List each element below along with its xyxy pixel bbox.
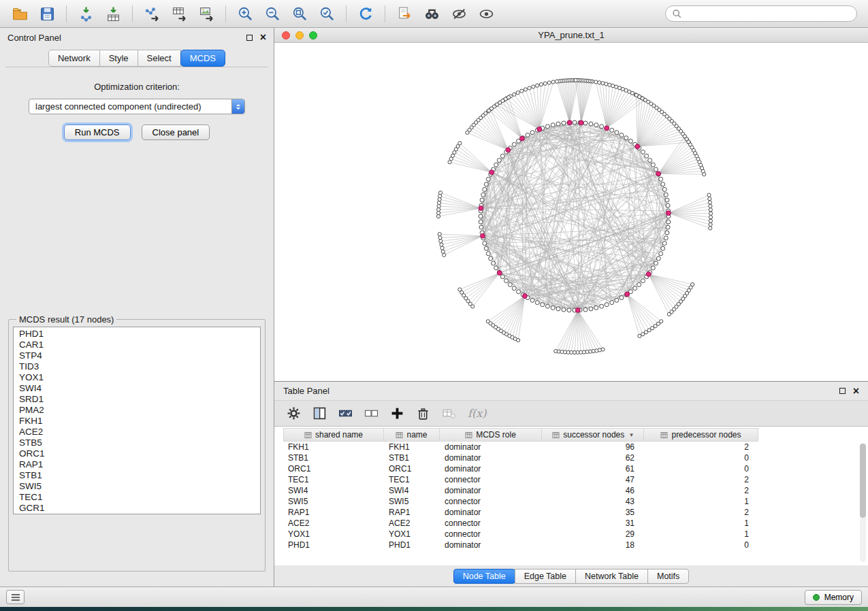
graph-node[interactable] [508,282,512,286]
graph-node[interactable] [664,193,668,197]
mcds-result-item[interactable]: SWI5 [14,481,260,492]
graph-node[interactable] [708,201,711,204]
mcds-result-item[interactable]: SWI4 [14,383,260,394]
column-header-predecessor-nodes[interactable]: predecessor nodes [644,428,758,442]
share-document-button[interactable] [391,3,417,25]
graph-node[interactable] [633,286,637,291]
graph-node[interactable] [471,305,475,308]
graph-node[interactable] [661,246,665,250]
mcds-result-item[interactable]: TID3 [14,361,260,372]
graph-node[interactable] [594,80,598,84]
tab-select[interactable]: Select [138,50,181,67]
export-network-button[interactable] [139,3,165,25]
tab-network[interactable]: Network [48,50,100,67]
graph-node[interactable] [628,139,632,143]
zoom-fit-button[interactable] [287,3,312,25]
graph-node[interactable] [437,205,440,208]
graph-node[interactable] [438,236,442,240]
column-header-shared-name[interactable]: shared name [283,428,384,442]
graph-node[interactable] [598,81,601,84]
criterion-select[interactable]: largest connected component (undirected) [29,99,245,114]
graph-node[interactable] [610,301,614,305]
run-mcds-button[interactable]: Run MCDS [64,125,131,140]
graph-node[interactable] [437,211,440,214]
graph-node[interactable] [644,331,647,334]
graph-node[interactable] [539,83,543,86]
save-button[interactable] [34,3,60,25]
graph-node[interactable] [662,242,666,246]
graph-node[interactable] [489,170,494,175]
mcds-result-list[interactable]: PHD1CAR1STP4TID3YOX1SWI4SRD1PMA2FKH1ACE2… [13,327,261,514]
mcds-result-item[interactable]: STB5 [14,437,260,448]
delete-table-button[interactable] [442,405,456,423]
graph-node[interactable] [512,286,516,291]
graph-node[interactable] [654,167,658,171]
float-panel-icon[interactable] [246,35,253,41]
hide-graphics-details-button[interactable] [446,3,472,25]
mcds-result-item[interactable]: CAR1 [14,340,260,350]
zoom-out-button[interactable] [259,3,285,25]
graph-node[interactable] [479,206,483,211]
column-header-mcds-role[interactable]: MCDS role [440,428,542,442]
graph-node[interactable] [479,214,483,218]
zoom-selected-button[interactable] [314,3,340,25]
graph-node[interactable] [516,91,519,95]
graph-node[interactable] [594,123,598,127]
graph-node[interactable] [528,86,531,90]
graph-node[interactable] [479,220,483,224]
export-table-button[interactable] [166,3,192,25]
graph-node[interactable] [556,307,560,311]
tab-node-table[interactable]: Node Table [453,569,515,584]
graph-node[interactable] [551,123,555,127]
graph-node[interactable] [605,303,609,307]
graph-node[interactable] [605,126,609,131]
graph-node[interactable] [483,242,487,246]
graph-node[interactable] [480,198,484,202]
mcds-result-item[interactable]: PMA2 [14,405,260,416]
mcds-result-item[interactable]: GCR1 [14,503,260,514]
graph-node[interactable] [666,225,670,229]
graph-node[interactable] [551,306,555,310]
graph-node[interactable] [486,177,490,181]
graph-node[interactable] [487,109,491,112]
graph-node[interactable] [666,203,670,208]
graph-node[interactable] [637,282,641,286]
graph-node[interactable] [555,80,558,83]
graph-node[interactable] [520,89,524,93]
graph-node[interactable] [601,348,605,351]
graph-node[interactable] [691,282,694,286]
import-table-button[interactable] [100,3,126,25]
graph-node[interactable] [589,307,593,311]
graph-node[interactable] [483,187,487,191]
graph-node[interactable] [517,338,520,342]
graph-node[interactable] [481,233,485,238]
graph-node[interactable] [666,211,671,216]
graph-node[interactable] [605,82,608,86]
graph-node[interactable] [497,271,502,276]
graph-node[interactable] [438,233,441,236]
graph-node[interactable] [492,261,496,265]
graph-node[interactable] [517,290,521,294]
graph-node[interactable] [443,253,446,257]
graph-node[interactable] [484,182,488,186]
mcds-result-item[interactable]: SRD1 [14,394,260,405]
graph-node[interactable] [438,198,441,201]
memory-button[interactable]: Memory [805,590,862,605]
graph-node[interactable] [573,120,577,125]
close-window-icon[interactable] [282,31,290,39]
network-titlebar[interactable]: YPA_prune.txt_1 [274,28,868,43]
open-button[interactable] [7,3,33,25]
mcds-result-item[interactable]: ORC1 [14,448,260,459]
tab-network-table[interactable]: Network Table [575,569,648,584]
graph-node[interactable] [532,85,535,88]
close-panel-icon[interactable]: × [853,387,859,395]
graph-node[interactable] [661,182,665,186]
graph-node[interactable] [537,127,542,132]
refresh-button[interactable] [353,3,379,25]
graph-node[interactable] [519,136,524,141]
graph-node[interactable] [709,219,712,222]
graph-node[interactable] [708,197,711,201]
graph-node[interactable] [513,93,516,96]
graph-node[interactable] [494,163,498,167]
table-row[interactable]: SWI5SWI5connector431 [283,496,868,507]
